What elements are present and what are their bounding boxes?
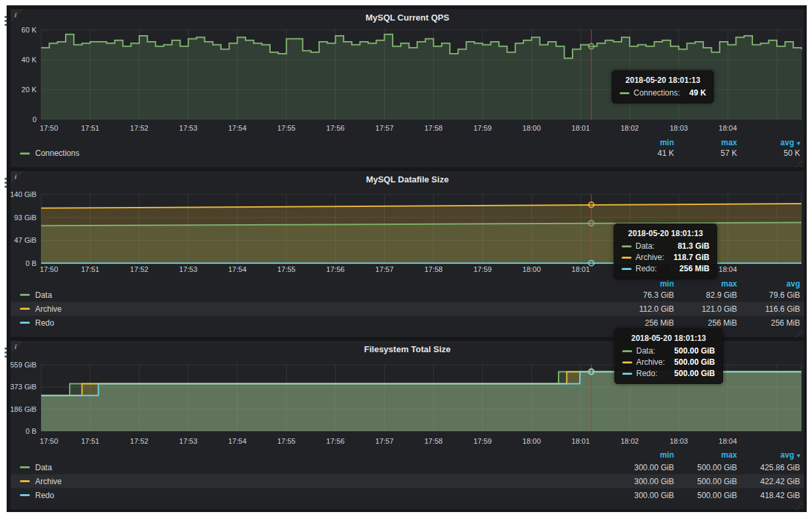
series-color-swatch[interactable] (20, 153, 30, 155)
series-legend-label[interactable]: Archive (35, 477, 62, 486)
legend-stat-value: 500.00 GiB (674, 491, 737, 500)
series-color-swatch[interactable] (20, 466, 30, 468)
x-axis-tick-label: 18:00 (523, 124, 541, 132)
x-axis-tick-label: 17:56 (326, 265, 345, 273)
legend-sort-min[interactable]: min (611, 450, 674, 460)
tooltip-series-label: Redo: (636, 369, 657, 378)
y-axis-tick-label: 20 K (21, 86, 36, 94)
legend-stat-value: 121.0 GiB (674, 304, 737, 314)
series-legend-label[interactable]: Archive (35, 304, 62, 314)
x-axis-tick-label: 17:54 (228, 265, 247, 273)
x-axis-tick-label: 18:01 (572, 437, 590, 445)
legend-row-data: Data300.00 GiB500.00 GiB425.86 GiB (11, 460, 804, 474)
graph-tooltip: 2018-05-20 18:01:13 Data:500.00 GiBArchi… (614, 328, 723, 384)
x-axis-tick-label: 17:50 (40, 437, 58, 445)
legend-stat-value: 256 MiB (674, 318, 737, 328)
x-axis-tick-label: 17:59 (474, 265, 492, 273)
legend-row-archive: Archive112.0 GiB121.0 GiB116.6 GiB (11, 302, 804, 316)
x-axis-tick-label: 18:02 (620, 437, 639, 445)
tooltip-series-label: Connections: (634, 88, 680, 98)
series-color-swatch[interactable] (20, 322, 30, 324)
x-axis-tick-label: 17:52 (130, 124, 149, 132)
y-axis-tick-label: 186 GiB (11, 405, 36, 413)
series-legend-label[interactable]: Connections (35, 149, 80, 158)
legend-stat-value: 256 MiB (611, 318, 674, 328)
series-color-swatch[interactable] (20, 480, 30, 482)
x-axis-tick-label: 17:58 (425, 265, 443, 273)
tooltip-series-value: 49 K (680, 88, 706, 98)
legend-sort-max[interactable]: max (674, 450, 737, 460)
legend-stat-value: 116.6 GiB (737, 304, 800, 314)
legend-stat-value: 300.00 GiB (611, 477, 674, 486)
row-drag-handle[interactable] (5, 16, 9, 28)
series-color-swatch (622, 257, 632, 259)
legend-row-data: Data76.3 GiB82.9 GiB79.6 GiB (11, 288, 804, 302)
x-axis-tick-label: 17:58 (425, 124, 443, 132)
legend-stat-value: 50 K (737, 149, 800, 158)
x-axis-tick-label: 17:51 (81, 124, 100, 132)
x-axis-tick-label: 17:59 (474, 437, 492, 445)
series-color-swatch (622, 350, 632, 352)
y-axis-tick-label: 140 GiB (11, 190, 36, 198)
series-legend-label[interactable]: Data (35, 291, 52, 300)
x-axis-tick-label: 17:51 (81, 265, 100, 273)
y-axis-tick-label: 0 B (25, 427, 36, 435)
series-color-swatch (622, 268, 632, 270)
y-axis-tick-label: 40 K (21, 56, 36, 64)
x-axis-tick-label: 17:59 (474, 124, 492, 132)
legend-stat-value: 422.42 GiB (737, 477, 800, 486)
series-legend-label[interactable]: Redo (35, 318, 54, 328)
x-axis-tick-label: 17:57 (375, 437, 394, 445)
x-axis-tick-label: 17:52 (130, 265, 149, 273)
tooltip-series-label: Archive: (636, 358, 665, 367)
series-color-swatch[interactable] (20, 308, 30, 310)
row-drag-handle[interactable] (5, 178, 9, 190)
series-color-swatch[interactable] (20, 294, 30, 296)
tooltip-timestamp: 2018-05-20 18:01:13 (622, 334, 715, 343)
x-axis-tick-label: 17:55 (277, 437, 296, 445)
row-drag-handle[interactable] (5, 348, 9, 359)
legend-stat-value: 300.00 GiB (611, 491, 674, 500)
x-axis-tick-label: 17:57 (375, 265, 394, 273)
tooltip-timestamp: 2018-05-20 18:01:13 (622, 229, 709, 238)
x-axis-tick-label: 17:57 (375, 124, 394, 132)
x-axis-tick-label: 18:04 (718, 437, 737, 445)
graph-tooltip: 2018-05-20 18:01:13 Data:81.3 GiBArchive… (614, 224, 717, 279)
x-axis-tick-label: 17:55 (277, 265, 296, 273)
graph-tooltip: 2018-05-20 18:01:13 Connections:49 K (612, 70, 714, 103)
x-axis-tick-label: 18:03 (669, 124, 688, 132)
x-axis-tick-label: 18:03 (669, 437, 688, 445)
tooltip-series-value: 81.3 GiB (668, 241, 709, 251)
tooltip-series-value: 118.7 GiB (664, 253, 709, 262)
series-legend-label[interactable]: Data (35, 463, 52, 472)
tooltip-series-row: Data:81.3 GiB (622, 241, 709, 251)
x-axis-tick-label: 17:56 (326, 124, 345, 132)
legend-stat-value: 41 K (611, 149, 674, 158)
dashboard: i MySQL Current QPS ⋰ 020 K40 K60 K17:50… (7, 5, 807, 512)
x-axis-tick-label: 17:55 (277, 124, 296, 132)
x-axis-tick-label: 18:01 (572, 265, 590, 273)
tooltip-series-value: 256 MiB (670, 264, 709, 273)
tooltip-series-label: Data: (636, 346, 655, 356)
x-axis-tick-label: 17:52 (130, 437, 149, 445)
tooltip-series-label: Redo: (636, 264, 657, 273)
tooltip-series-row: Data:500.00 GiB (622, 346, 715, 356)
legend-row-connections: Connections41 K57 K50 K (11, 147, 804, 160)
y-axis-tick-label: 0 (33, 115, 36, 123)
x-axis-tick-label: 18:04 (718, 265, 737, 273)
tooltip-series-value: 500.00 GiB (665, 369, 714, 378)
tooltip-series-label: Archive: (636, 253, 664, 262)
series-legend-label[interactable]: Redo (35, 491, 54, 500)
tooltip-series-value: 500.00 GiB (665, 346, 714, 356)
legend-sort-avg[interactable]: avg ▾ (737, 450, 800, 460)
y-axis-tick-label: 47 GiB (14, 236, 36, 244)
x-axis-tick-label: 17:50 (40, 265, 58, 273)
series-color-swatch[interactable] (20, 494, 30, 496)
legend-stat-value: 425.86 GiB (737, 463, 800, 472)
legend-row-archive: Archive300.00 GiB500.00 GiB422.42 GiB (11, 474, 804, 488)
tooltip-series-value: 500.00 GiB (665, 358, 714, 367)
tooltip-series-row: Redo:500.00 GiB (622, 369, 715, 378)
legend-stat-value: 57 K (674, 149, 737, 158)
legend-stat-value: 82.9 GiB (674, 291, 737, 300)
y-axis-tick-label: 93 GiB (14, 214, 36, 222)
